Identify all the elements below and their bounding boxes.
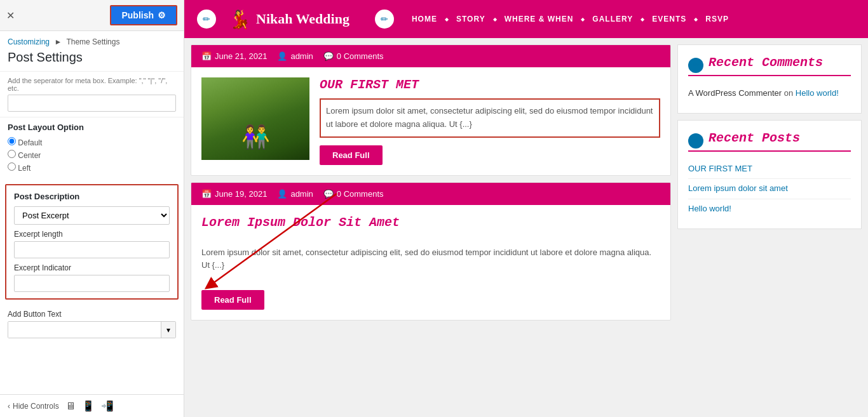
add-btn-text-input[interactable]: Read Full <box>8 322 161 338</box>
recent-comments-title: Recent Comments <box>709 55 823 70</box>
pencil-icon-right: ✏ <box>381 14 388 24</box>
add-button-section: Add Button Text Read Full ▾ <box>0 303 184 345</box>
nav-links: HOME ◆ STORY ◆ WHERE & WHEN ◆ GALLERY ◆ … <box>407 15 855 23</box>
mobile-icon[interactable]: 📲 <box>101 400 114 412</box>
add-btn-dropdown-toggle[interactable]: ▾ <box>161 322 175 338</box>
commenter-name: A WordPress Commenter <box>688 88 782 98</box>
nav-events[interactable]: EVENTS <box>647 15 691 23</box>
nav-edit-icon-left[interactable]: ✏ <box>197 10 216 29</box>
nav-story[interactable]: STORY <box>451 15 491 23</box>
post-author-1: 👤 admin <box>277 51 313 61</box>
nav-dot-1: ◆ <box>445 17 449 22</box>
post-image-1: 👫 <box>201 77 309 160</box>
recent-comment-item-1: A WordPress Commenter on Hello world! <box>688 84 851 103</box>
recent-comments-edit-icon[interactable]: ✏ <box>688 58 703 73</box>
post-description-section: Post Description Post Excerpt Full Conte… <box>5 184 179 300</box>
page-title: Post Settings <box>0 49 184 71</box>
nav-edit-icon-right[interactable]: ✏ <box>375 10 394 29</box>
post-thumbnail-1: 👫 <box>201 77 309 160</box>
separator-hint: Add the seperator for meta box. Example:… <box>8 77 176 92</box>
recent-comments-widget: ✏ Recent Comments A WordPress Commenter … <box>677 44 862 114</box>
site-logo: 💃 Nikah Wedding <box>229 9 349 30</box>
close-button[interactable]: ✕ <box>6 10 15 22</box>
recent-post-item-2: Lorem ipsum dolor sit amet <box>688 179 851 199</box>
add-btn-label: Add Button Text <box>8 310 176 319</box>
nav-dot-4: ◆ <box>641 17 644 22</box>
pencil-icon-left: ✏ <box>203 14 210 24</box>
top-bar: ✕ Publish ⚙ <box>0 0 184 31</box>
main-content: ✏ 💃 Nikah Wedding ✏ HOME ◆ STORY ◆ WHERE… <box>184 0 868 417</box>
publish-button[interactable]: Publish ⚙ <box>110 5 177 25</box>
recent-posts-edit-icon[interactable]: ✏ <box>688 133 703 149</box>
tablet-icon[interactable]: 📱 <box>82 400 95 412</box>
excerpt-length-label: Excerpt length <box>14 230 170 239</box>
calendar-icon-1: 📅 <box>201 51 212 61</box>
post-card-1: 📅 June 21, 2021 👤 admin 💬 0 Comments <box>191 44 671 176</box>
site-navigation: ✏ 💃 Nikah Wedding ✏ HOME ◆ STORY ◆ WHERE… <box>184 0 868 38</box>
separator-section: Add the seperator for meta box. Example:… <box>0 71 184 117</box>
post-meta-bar-1: 📅 June 21, 2021 👤 admin 💬 0 Comments <box>191 45 670 67</box>
radio-default[interactable]: Default <box>8 137 176 147</box>
post-excerpt-1: Lorem ipsum dolor sit amet, consectetur … <box>320 98 660 138</box>
nav-rsvp[interactable]: RSVP <box>700 15 734 23</box>
post-meta-bar-2: 📅 June 19, 2021 👤 admin 💬 0 Comments <box>191 183 670 205</box>
post-desc-title: Post Description <box>14 192 170 201</box>
recent-post-link-1[interactable]: OUR FIRST MET <box>688 164 752 173</box>
post-excerpt-2: Lorem ipsum dolor sit amet, consectetur … <box>201 246 660 273</box>
recent-post-link-3[interactable]: Hello world! <box>688 204 731 213</box>
excerpt-length-input[interactable]: 20 <box>14 241 170 258</box>
read-full-btn-1[interactable]: Read Full <box>320 145 383 165</box>
radio-center[interactable]: Center <box>8 150 176 160</box>
hide-controls-button[interactable]: ‹ Hide Controls <box>8 402 59 411</box>
content-area: 📅 June 21, 2021 👤 admin 💬 0 Comments <box>184 38 868 417</box>
nav-dot-3: ◆ <box>581 17 585 22</box>
nav-where-when[interactable]: WHERE & WHEN <box>499 15 579 23</box>
read-full-btn-2[interactable]: Read Full <box>201 290 264 310</box>
comment-icon-1: 💬 <box>323 51 334 61</box>
recent-post-link-2[interactable]: Lorem ipsum dolor sit amet <box>688 183 788 193</box>
post-title-1: OUR FIRST MET <box>320 77 660 92</box>
left-panel: ✕ Publish ⚙ Customizing ► Theme Settings… <box>0 0 184 417</box>
bottom-bar: ‹ Hide Controls 🖥 📱 📲 <box>0 394 184 417</box>
post-body-1: 👫 OUR FIRST MET Lorem ipsum dolor sit am… <box>191 67 670 175</box>
recent-posts-widget: ✏ Recent Posts OUR FIRST MET Lorem ipsum… <box>677 120 862 229</box>
gear-icon: ⚙ <box>158 10 166 20</box>
breadcrumb-theme-settings: Theme Settings <box>66 37 119 46</box>
comment-icon-2: 💬 <box>323 189 334 199</box>
pencil-icon-posts: ✏ <box>693 136 699 145</box>
nav-gallery[interactable]: GALLERY <box>587 15 638 23</box>
chevron-left-icon: ‹ <box>8 402 10 411</box>
post-title-2: Lorem Ipsum Dolor Sit Amet <box>201 215 400 230</box>
recent-posts-title: Recent Posts <box>709 131 800 145</box>
nav-home[interactable]: HOME <box>407 15 442 23</box>
recent-posts-divider <box>688 150 851 152</box>
user-icon-2: 👤 <box>277 189 287 199</box>
breadcrumb: Customizing ► Theme Settings <box>0 31 184 49</box>
desktop-icon[interactable]: 🖥 <box>65 400 76 412</box>
recent-post-item-1: OUR FIRST MET <box>688 159 851 179</box>
post-date-1: 📅 June 21, 2021 <box>201 51 267 61</box>
recent-comments-divider <box>688 75 851 76</box>
separator-input[interactable] <box>8 95 176 112</box>
post-card-2: 📅 June 19, 2021 👤 admin 💬 0 Comments <box>191 182 671 321</box>
nav-dot-2: ◆ <box>493 17 497 22</box>
recent-post-item-3: Hello world! <box>688 199 851 218</box>
excerpt-indicator-input[interactable]: {...} <box>14 275 170 292</box>
site-title: Nikah Wedding <box>256 11 349 27</box>
commented-post-link[interactable]: Hello world! <box>796 88 839 98</box>
posts-column: 📅 June 21, 2021 👤 admin 💬 0 Comments <box>191 44 671 321</box>
add-btn-text-wrapper: Read Full ▾ <box>8 321 176 338</box>
excerpt-indicator-label: Excerpt Indicator <box>14 263 170 272</box>
hide-controls-label: Hide Controls <box>13 402 59 411</box>
post-desc-dropdown[interactable]: Post Excerpt Full Content None <box>14 206 170 225</box>
publish-label: Publish <box>121 10 154 20</box>
post-date-2: 📅 June 19, 2021 <box>201 189 267 199</box>
post-layout-title: Post Layout Option <box>8 122 176 132</box>
pencil-icon-comments: ✏ <box>693 61 699 69</box>
post-comments-1: 💬 0 Comments <box>323 51 384 61</box>
breadcrumb-separator: ► <box>54 37 62 46</box>
breadcrumb-customizing[interactable]: Customizing <box>8 37 50 46</box>
post-comments-2: 💬 0 Comments <box>323 189 384 199</box>
radio-left[interactable]: Left <box>8 162 176 173</box>
sidebar: ✏ Recent Comments A WordPress Commenter … <box>677 44 862 411</box>
